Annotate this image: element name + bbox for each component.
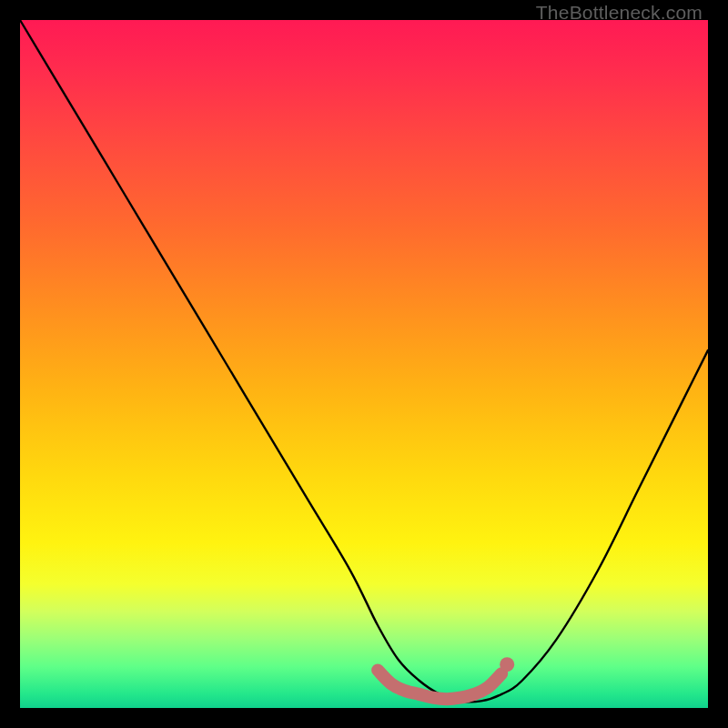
chart-container: TheBottleneck.com	[0, 0, 728, 728]
curve-svg	[20, 20, 708, 708]
series-line	[20, 20, 708, 702]
plot-area	[20, 20, 708, 708]
highlight-end-dot	[500, 657, 514, 672]
highlight-group	[378, 657, 514, 699]
highlight-line	[378, 670, 501, 699]
series-group	[20, 20, 708, 702]
